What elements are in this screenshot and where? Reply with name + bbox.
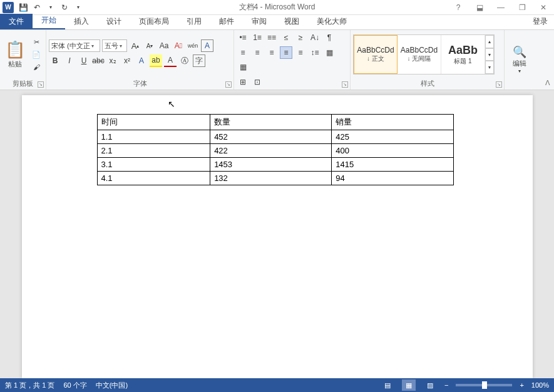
highlight-button[interactable]: ab bbox=[150, 54, 162, 67]
tab-design[interactable]: 设计 bbox=[98, 14, 130, 29]
enclose-char-button[interactable]: Ⓐ bbox=[178, 54, 191, 67]
restore-button[interactable]: ❐ bbox=[511, 1, 533, 14]
change-case-button[interactable]: Aa bbox=[158, 39, 170, 52]
table-cell[interactable]: 数量 bbox=[210, 115, 332, 130]
collapse-ribbon-button[interactable]: ᐱ bbox=[545, 79, 550, 87]
table-cell[interactable]: 4.1 bbox=[97, 172, 210, 185]
char-shading-button[interactable]: 字 bbox=[193, 54, 205, 67]
gallery-up[interactable]: ▴ bbox=[485, 35, 494, 48]
superscript-button[interactable]: x² bbox=[121, 54, 133, 67]
multilevel-list-button[interactable]: ≡≡ bbox=[265, 31, 278, 44]
table-cell[interactable]: 3.1 bbox=[97, 158, 210, 172]
format-painter-button[interactable]: 🖌 bbox=[30, 61, 43, 73]
text-effects-button[interactable]: A bbox=[135, 54, 148, 67]
login-link[interactable]: 登录 bbox=[526, 14, 554, 29]
shading-button[interactable]: ▦ bbox=[323, 46, 336, 59]
find-button[interactable]: 🔍 编辑 ▾ bbox=[507, 45, 532, 74]
table-cell[interactable]: 1.1 bbox=[97, 130, 210, 144]
clipboard-launcher[interactable]: ↘ bbox=[38, 81, 44, 88]
font-launcher[interactable]: ↘ bbox=[225, 81, 232, 88]
tab-file[interactable]: 文件 bbox=[0, 14, 33, 29]
zoom-thumb[interactable] bbox=[482, 381, 487, 389]
decrease-indent-button[interactable]: ≤ bbox=[280, 31, 292, 44]
tab-insert[interactable]: 插入 bbox=[65, 14, 98, 29]
tab-references[interactable]: 引用 bbox=[178, 14, 210, 29]
align-left-button[interactable]: ≡ bbox=[237, 46, 249, 59]
gallery-more[interactable]: ▾ bbox=[485, 61, 494, 74]
table-cell[interactable]: 时间 bbox=[97, 115, 210, 130]
document-area[interactable]: ↖ 时间 数量 销量 1.1 452 425 2.1 422 400 3.1 1… bbox=[0, 90, 554, 378]
style-normal[interactable]: AaBbCcDd ↓ 正文 bbox=[354, 35, 398, 74]
table-row[interactable]: 3.1 1453 1415 bbox=[97, 158, 453, 172]
read-mode-button[interactable]: ▤ bbox=[381, 379, 394, 391]
font-color-button[interactable]: A bbox=[164, 54, 177, 67]
table-cell[interactable]: 422 bbox=[210, 144, 332, 158]
subscript-button[interactable]: x₂ bbox=[106, 54, 119, 67]
increase-indent-button[interactable]: ≥ bbox=[294, 31, 307, 44]
strikethrough-button[interactable]: abc bbox=[92, 54, 105, 67]
table-cell[interactable]: 452 bbox=[210, 130, 332, 144]
phonetic-guide-button[interactable]: wén bbox=[187, 39, 199, 52]
bullets-button[interactable]: •≡ bbox=[237, 31, 249, 44]
table-cell[interactable]: 1415 bbox=[332, 158, 453, 172]
table-row[interactable]: 4.1 132 94 bbox=[97, 172, 453, 185]
table-cell[interactable]: 销量 bbox=[332, 115, 453, 130]
tab-home[interactable]: 开始 bbox=[33, 13, 65, 29]
clear-format-button[interactable]: A⃠ bbox=[172, 39, 185, 52]
table-row[interactable]: 2.1 422 400 bbox=[97, 144, 453, 158]
table-row[interactable]: 1.1 452 425 bbox=[97, 130, 453, 144]
distribute-button[interactable]: ≡ bbox=[294, 46, 307, 59]
zoom-slider[interactable] bbox=[456, 384, 512, 386]
snap-to-grid-button[interactable]: ⊞ bbox=[237, 76, 249, 88]
sort-button[interactable]: A↓ bbox=[309, 31, 321, 44]
align-center-button[interactable]: ≡ bbox=[251, 46, 264, 59]
ribbon-display-options[interactable]: ⬓ bbox=[469, 1, 490, 14]
zoom-out-button[interactable]: − bbox=[444, 381, 448, 389]
minimize-button[interactable]: — bbox=[490, 1, 511, 14]
document-table[interactable]: 时间 数量 销量 1.1 452 425 2.1 422 400 3.1 145… bbox=[97, 114, 454, 185]
web-layout-button[interactable]: ▨ bbox=[423, 379, 437, 391]
tab-mailings[interactable]: 邮件 bbox=[210, 14, 243, 29]
numbering-button[interactable]: 1≡ bbox=[251, 31, 264, 44]
tab-review[interactable]: 审阅 bbox=[243, 14, 275, 29]
style-heading1[interactable]: AaBb 标题 1 bbox=[441, 35, 485, 74]
zoom-level[interactable]: 100% bbox=[531, 381, 549, 389]
align-right-button[interactable]: ≡ bbox=[265, 46, 278, 59]
save-button[interactable]: 💾 bbox=[16, 1, 30, 14]
justify-button[interactable]: ≡ bbox=[280, 46, 292, 59]
cut-button[interactable]: ✂ bbox=[30, 36, 43, 48]
bold-button[interactable]: B bbox=[49, 54, 61, 67]
tab-beautify[interactable]: 美化大师 bbox=[308, 14, 356, 29]
paste-button[interactable]: 📋 粘贴 bbox=[3, 40, 28, 69]
language-status[interactable]: 中文(中国) bbox=[96, 381, 128, 390]
print-layout-button[interactable]: ▦ bbox=[402, 379, 416, 391]
table-cell[interactable]: 94 bbox=[332, 172, 453, 185]
italic-button[interactable]: I bbox=[63, 54, 76, 67]
table-row[interactable]: 时间 数量 销量 bbox=[97, 115, 453, 130]
show-marks-button[interactable]: ¶ bbox=[323, 31, 336, 44]
style-nospacing[interactable]: AaBbCcDd ↓ 无间隔 bbox=[398, 35, 441, 74]
table-cell[interactable]: 425 bbox=[332, 130, 453, 144]
table-cell[interactable]: 400 bbox=[332, 144, 453, 158]
tab-view[interactable]: 视图 bbox=[275, 14, 308, 29]
line-spacing-button[interactable]: ↕≡ bbox=[309, 46, 321, 59]
page-info[interactable]: 第 1 页，共 1 页 bbox=[5, 381, 54, 390]
table-cell[interactable]: 132 bbox=[210, 172, 332, 185]
copy-button[interactable]: 📄 bbox=[30, 49, 43, 60]
table-cell[interactable]: 2.1 bbox=[97, 144, 210, 158]
word-count[interactable]: 60 个字 bbox=[63, 381, 86, 390]
cell-align-button[interactable]: ⊡ bbox=[251, 76, 264, 88]
font-name-combo[interactable]: 宋体 (中文正▾ bbox=[49, 39, 100, 52]
font-size-combo[interactable]: 五号▾ bbox=[102, 39, 127, 52]
underline-button[interactable]: U bbox=[78, 54, 90, 67]
zoom-in-button[interactable]: + bbox=[520, 381, 523, 389]
help-button[interactable]: ? bbox=[448, 1, 469, 14]
document-page[interactable]: 时间 数量 销量 1.1 452 425 2.1 422 400 3.1 145… bbox=[22, 95, 533, 378]
table-cell[interactable]: 1453 bbox=[210, 158, 332, 172]
styles-launcher[interactable]: ↘ bbox=[496, 81, 502, 88]
shrink-font-button[interactable]: A▾ bbox=[143, 39, 156, 52]
tab-layout[interactable]: 页面布局 bbox=[130, 14, 178, 29]
borders-button[interactable]: ▦ bbox=[237, 61, 249, 73]
grow-font-button[interactable]: A▴ bbox=[129, 39, 141, 52]
gallery-down[interactable]: ▾ bbox=[485, 48, 494, 61]
